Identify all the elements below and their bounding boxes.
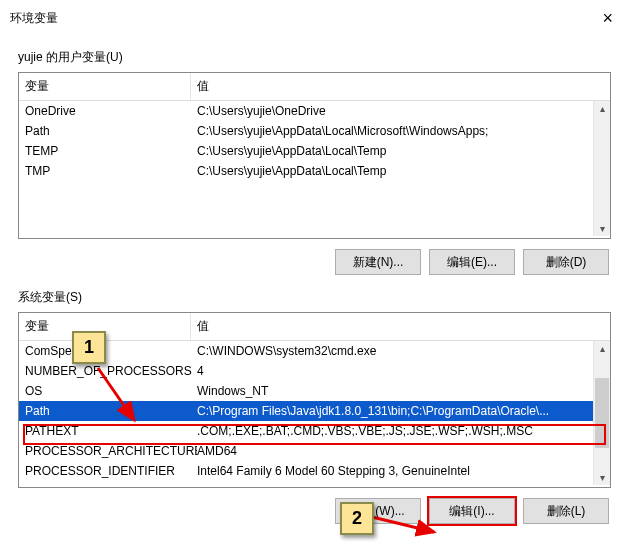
titlebar: 环境变量 ×	[0, 0, 629, 37]
scrollbar[interactable]: ▴ ▾	[593, 101, 610, 236]
scrollbar[interactable]: ▴ ▾	[593, 341, 610, 485]
user-table-header: 变量 值	[19, 73, 610, 101]
system-vars-label: 系统变量(S)	[18, 289, 611, 306]
header-value[interactable]: 值	[191, 313, 593, 340]
system-edit-button[interactable]: 编辑(I)...	[429, 498, 515, 524]
user-vars-panel: 变量 值 OneDrive C:\Users\yujie\OneDrive Pa…	[18, 72, 611, 239]
system-vars-panel: 变量 值 ComSpec C:\WINDOWS\system32\cmd.exe…	[18, 312, 611, 488]
table-row[interactable]: Path C:\Users\yujie\AppData\Local\Micros…	[19, 121, 610, 141]
callout-2: 2	[340, 502, 374, 535]
scroll-up-icon[interactable]: ▴	[598, 101, 607, 116]
scroll-thumb[interactable]	[595, 378, 609, 448]
table-row[interactable]: OS Windows_NT	[19, 381, 610, 401]
table-row[interactable]: TMP C:\Users\yujie\AppData\Local\Temp	[19, 161, 610, 181]
table-row[interactable]: ComSpec C:\WINDOWS\system32\cmd.exe	[19, 341, 610, 361]
window-title: 环境变量	[10, 10, 58, 27]
user-new-button[interactable]: 新建(N)...	[335, 249, 421, 275]
close-icon[interactable]: ×	[596, 8, 619, 29]
table-row[interactable]: OneDrive C:\Users\yujie\OneDrive	[19, 101, 610, 121]
header-variable[interactable]: 变量	[19, 73, 191, 100]
table-row[interactable]: PROCESSOR_ARCHITECTURE AMD64	[19, 441, 610, 461]
header-value[interactable]: 值	[191, 73, 593, 100]
scroll-down-icon[interactable]: ▾	[598, 221, 607, 236]
scroll-up-icon[interactable]: ▴	[598, 341, 607, 356]
table-row[interactable]: PATHEXT .COM;.EXE;.BAT;.CMD;.VBS;.VBE;.J…	[19, 421, 610, 441]
table-row[interactable]: NUMBER_OF_PROCESSORS 4	[19, 361, 610, 381]
user-delete-button[interactable]: 删除(D)	[523, 249, 609, 275]
scroll-down-icon[interactable]: ▾	[598, 470, 607, 485]
table-row[interactable]: TEMP C:\Users\yujie\AppData\Local\Temp	[19, 141, 610, 161]
system-delete-button[interactable]: 删除(L)	[523, 498, 609, 524]
user-button-row: 新建(N)... 编辑(E)... 删除(D)	[18, 249, 611, 275]
system-button-row: 新建(W)... 编辑(I)... 删除(L)	[18, 498, 611, 524]
user-table-body[interactable]: OneDrive C:\Users\yujie\OneDrive Path C:…	[19, 101, 610, 236]
user-edit-button[interactable]: 编辑(E)...	[429, 249, 515, 275]
table-row[interactable]: PROCESSOR_IDENTIFIER Intel64 Family 6 Mo…	[19, 461, 610, 481]
system-table-header: 变量 值	[19, 313, 610, 341]
table-row-selected[interactable]: Path C:\Program Files\Java\jdk1.8.0_131\…	[19, 401, 610, 421]
callout-1: 1	[72, 331, 106, 364]
system-table-body[interactable]: ComSpec C:\WINDOWS\system32\cmd.exe NUMB…	[19, 341, 610, 485]
user-vars-label: yujie 的用户变量(U)	[18, 49, 611, 66]
